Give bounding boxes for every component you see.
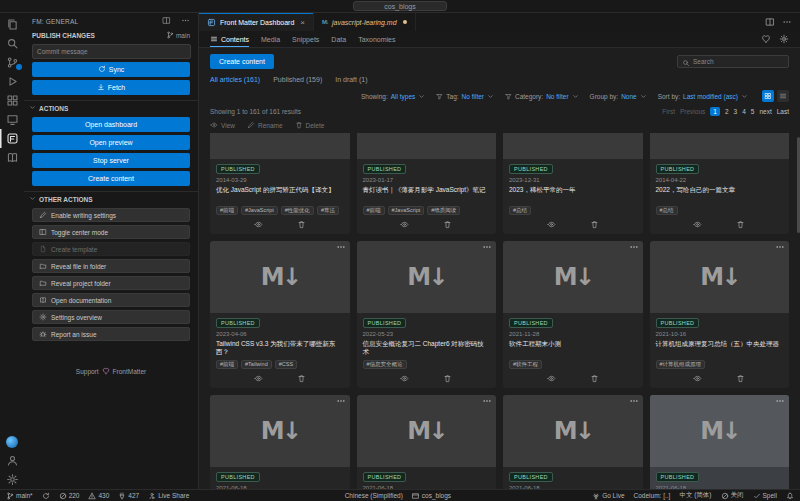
- filter-category[interactable]: Category:No filter: [505, 93, 579, 100]
- delete-card-button[interactable]: [443, 374, 452, 383]
- toggle-center-mode-button[interactable]: Toggle center mode: [32, 225, 190, 239]
- tag-chip[interactable]: #总结: [656, 206, 678, 215]
- view-card-button[interactable]: [547, 374, 556, 383]
- article-card[interactable]: M↓PUBLISHED2021-10-16计算机组成原理复习总结（五）中央处理器…: [650, 241, 790, 388]
- filter-sort-by[interactable]: Sort by:Last modified (asc): [658, 93, 748, 100]
- tag-chip[interactable]: #总结: [509, 206, 531, 215]
- delete-card-button[interactable]: [736, 374, 745, 383]
- status-[interactable]: 中文 (简体): [679, 491, 711, 500]
- reveal-file-in-folder-button[interactable]: Reveal file in folder: [32, 259, 190, 273]
- status-430[interactable]: 430: [88, 492, 109, 500]
- filter-showing[interactable]: Showing:All types: [361, 93, 425, 100]
- activity-item-source-control[interactable]: [0, 53, 24, 72]
- tag-chip[interactable]: #前端: [363, 206, 385, 215]
- view-card-button[interactable]: [400, 374, 409, 383]
- pagination-page-3[interactable]: 3: [734, 108, 738, 115]
- tag-chip[interactable]: #算法: [317, 206, 339, 215]
- delete-card-button[interactable]: [297, 374, 306, 383]
- pagination-last[interactable]: Last: [777, 108, 789, 115]
- open-documentation-button[interactable]: Open documentation: [32, 293, 190, 307]
- article-card[interactable]: M↓PUBLISHED2022-05-23信息安全概论复习二 Chapter6 …: [357, 241, 497, 388]
- sidebar-ellipsis-icon[interactable]: [176, 19, 190, 26]
- tab-javascript-learing-md[interactable]: M↓javascript-learing.md: [314, 13, 416, 31]
- card-menu-button[interactable]: [336, 396, 346, 406]
- sidebar-split-editor-icon[interactable]: [157, 19, 171, 26]
- tag-chip[interactable]: #软件工程: [509, 360, 542, 369]
- tag-chip[interactable]: #纸质阅读: [427, 206, 460, 215]
- pagination-page-5[interactable]: 5: [751, 108, 755, 115]
- article-card[interactable]: M↓PUBLISHED2021-11-28软件工程期末小测#软件工程: [503, 241, 643, 388]
- status-go-live[interactable]: Go Live: [592, 492, 624, 500]
- activity-item-settings-gear[interactable]: [0, 470, 24, 489]
- status-[interactable]: 关闭: [721, 491, 744, 500]
- activity-item-book[interactable]: [0, 148, 24, 167]
- pagination-previous[interactable]: Previous: [680, 108, 705, 115]
- rename-tool-button[interactable]: Rename: [247, 121, 283, 129]
- status-sync-icon[interactable]: [42, 492, 50, 500]
- tag-chip[interactable]: #JavaScript: [241, 206, 278, 215]
- delete-tool-button[interactable]: Delete: [295, 121, 325, 129]
- delete-card-button[interactable]: [443, 220, 452, 229]
- status-chinese-simplified[interactable]: Chinese (Simplified): [345, 492, 403, 499]
- open-preview-button[interactable]: Open preview: [32, 135, 190, 150]
- article-card[interactable]: M↓PUBLISHED2021-06-18: [210, 395, 350, 489]
- tag-chip[interactable]: #计算机组成原理: [656, 360, 706, 369]
- view-card-button[interactable]: [254, 374, 263, 383]
- pagination-first[interactable]: First: [662, 108, 675, 115]
- search-input[interactable]: [693, 58, 784, 65]
- pagination-page-4[interactable]: 4: [742, 108, 746, 115]
- activity-item-extensions[interactable]: [0, 91, 24, 110]
- status-bell-icon[interactable]: [786, 492, 794, 500]
- tag-chip[interactable]: #前端: [216, 206, 238, 215]
- status-codeium[interactable]: Codeium: [..]: [634, 492, 671, 499]
- filter-group-by[interactable]: Group by:None: [590, 93, 647, 100]
- sidebar-footer[interactable]: Support FrontMatter: [24, 367, 198, 376]
- status-220[interactable]: 220: [59, 492, 80, 500]
- article-card[interactable]: M↓PUBLISHED2014-04-222022，写给自己的一篇文章#总结: [650, 133, 790, 234]
- article-card[interactable]: M↓PUBLISHED2021-06-18: [650, 395, 790, 489]
- tab-front-matter-dashboard[interactable]: Front Matter Dashboard×: [199, 13, 314, 31]
- activity-item-frontmatter[interactable]: [0, 129, 24, 148]
- tag-chip[interactable]: #JavaScript: [388, 206, 425, 215]
- dashboard-heart-icon[interactable]: [761, 34, 771, 45]
- article-card[interactable]: M↓PUBLISHED2023-12-312023，稀松平常的一年#总结: [503, 133, 643, 234]
- pagination-next[interactable]: next: [759, 108, 771, 115]
- fetch-button[interactable]: Fetch: [32, 80, 190, 95]
- view-card-button[interactable]: [254, 220, 263, 229]
- editor-action-ellipsis-icon[interactable]: [782, 13, 792, 31]
- card-menu-button[interactable]: [775, 396, 785, 406]
- card-menu-button[interactable]: [336, 242, 346, 252]
- article-card[interactable]: M↓PUBLISHED2023-04-06Tailwind CSS v3.3 为…: [210, 241, 350, 388]
- status-live-share[interactable]: Live Share: [148, 492, 189, 500]
- card-menu-button[interactable]: [629, 396, 639, 406]
- activity-item-remote[interactable]: [0, 110, 24, 129]
- pagination-page-2[interactable]: 2: [725, 108, 729, 115]
- delete-card-button[interactable]: [590, 374, 599, 383]
- tag-chip[interactable]: #信息安全概论: [363, 360, 407, 369]
- activity-item-explorer[interactable]: [0, 15, 24, 34]
- view-card-button[interactable]: [693, 220, 702, 229]
- reveal-project-folder-button[interactable]: Reveal project folder: [32, 276, 190, 290]
- view-tool-button[interactable]: View: [210, 121, 235, 129]
- report-an-issue-button[interactable]: Report an issue: [32, 327, 190, 341]
- view-card-button[interactable]: [693, 374, 702, 383]
- tag-chip[interactable]: #Tailwind: [241, 360, 272, 369]
- stop-server-button[interactable]: Stop server: [32, 153, 190, 168]
- nav-item-media[interactable]: Media: [261, 31, 280, 47]
- article-card[interactable]: M↓PUBLISHED2021-06-18: [357, 395, 497, 489]
- actions-section-header[interactable]: ACTIONS: [24, 100, 198, 114]
- other-actions-section-header[interactable]: OTHER ACTIONS: [24, 191, 198, 205]
- close-tab-button[interactable]: ×: [300, 18, 305, 27]
- card-menu-button[interactable]: [482, 396, 492, 406]
- nav-item-taxonomies[interactable]: Taxonomies: [358, 31, 395, 47]
- status-cos-blogs[interactable]: cos_blogs: [412, 492, 451, 500]
- settings-overview-button[interactable]: Settings overview: [32, 310, 190, 324]
- view-card-button[interactable]: [547, 220, 556, 229]
- dashboard-settings-gear-icon[interactable]: [779, 34, 789, 45]
- filter-tab-in-draft-1[interactable]: In draft (1): [335, 76, 367, 83]
- status-spell[interactable]: Spell: [753, 492, 777, 500]
- card-menu-button[interactable]: [482, 242, 492, 252]
- nav-item-data[interactable]: Data: [331, 31, 346, 47]
- filter-tab-published-159[interactable]: Published (159): [273, 76, 322, 83]
- tag-chip[interactable]: #前端: [216, 360, 238, 369]
